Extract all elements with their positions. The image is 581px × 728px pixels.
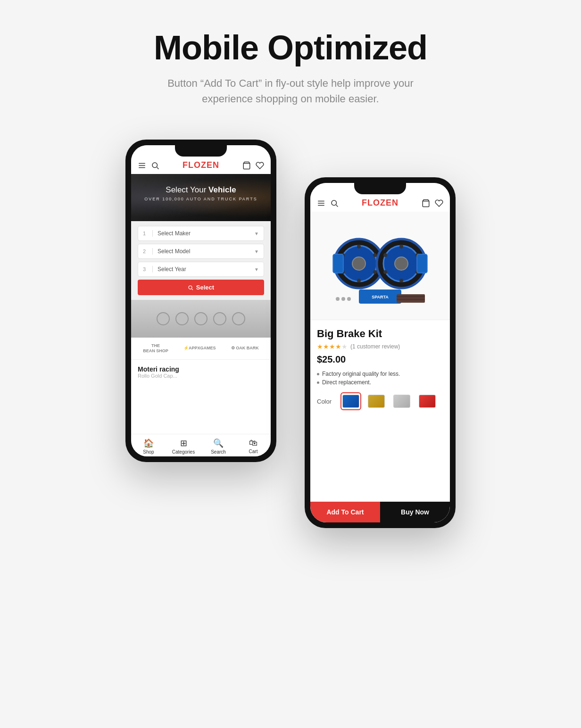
shop-icon: 🏠 — [143, 438, 154, 448]
search-icon-2[interactable] — [330, 199, 339, 207]
selector-maker[interactable]: 1 Select Maker ▼ — [138, 226, 264, 241]
bottom-nav-1: 🏠 Shop ⊞ Categories 🔍 Search 🛍 Cart — [131, 434, 271, 456]
brand-logo-1: FLOZEN — [183, 160, 219, 170]
nav-cart[interactable]: 🛍 Cart — [236, 438, 271, 455]
color-swatch-gold[interactable] — [366, 392, 387, 410]
wishlist-icon-1[interactable] — [256, 161, 264, 170]
brand-oak-bark: ⚙ OAK BARK — [231, 346, 259, 351]
car-strip — [131, 300, 271, 338]
color-selector: Color — [317, 392, 443, 410]
svg-point-27 — [399, 245, 403, 248]
color-swatch-blue[interactable] — [340, 392, 361, 410]
svg-line-12 — [336, 205, 338, 207]
hero-title: Select Your Vehicle — [139, 185, 263, 195]
phone-1-notch — [175, 145, 227, 157]
nav-categories-label: Categories — [172, 449, 195, 455]
hero-subtitle: OVER 100,000 AUTO AND TRUCK PARTS — [139, 197, 263, 201]
brand-logo-2: FLOZEN — [362, 198, 398, 208]
selector-year-label: Select Year — [158, 266, 254, 273]
svg-rect-38 — [397, 298, 425, 300]
svg-point-28 — [399, 279, 403, 282]
review-count: (1 customer review) — [350, 343, 400, 350]
categories-icon: ⊞ — [180, 438, 187, 448]
select-button[interactable]: Select — [138, 280, 264, 295]
svg-rect-33 — [417, 254, 427, 273]
product-image-area: SPARTA — [310, 212, 450, 320]
product-preview-title: Moteri racing — [138, 365, 264, 373]
brand-bean-shop: THEBEAN SHOP — [143, 343, 168, 354]
page-title: Mobile Optimized — [154, 28, 427, 67]
nav-shop[interactable]: 🏠 Shop — [131, 438, 166, 455]
brands-row: THEBEAN SHOP ⚡APPXGAMES ⚙ OAK BARK — [131, 338, 271, 360]
feature-1: Factory original quality for less. — [317, 371, 443, 377]
svg-line-4 — [157, 167, 159, 169]
add-to-cart-button[interactable]: Add To Cart — [310, 502, 380, 522]
cta-row: Add To Cart Buy Now — [310, 502, 450, 522]
selectors-area: 1 Select Maker ▼ 2 Select Model ▼ 3 Sele… — [131, 221, 271, 300]
svg-point-17 — [357, 245, 361, 248]
selector-maker-label: Select Maker — [158, 230, 254, 237]
wishlist-icon-2[interactable] — [435, 199, 443, 207]
nav-cart-label: Cart — [249, 449, 258, 454]
svg-point-18 — [357, 279, 361, 282]
svg-rect-37 — [397, 296, 425, 298]
hamburger-icon[interactable] — [138, 161, 146, 170]
nav-shop-label: Shop — [143, 449, 154, 455]
svg-point-16 — [352, 257, 365, 270]
selector-model[interactable]: 2 Select Model ▼ — [138, 244, 264, 259]
hamburger-icon-2[interactable] — [317, 199, 325, 207]
select-search-icon — [188, 285, 193, 290]
color-swatch-silver[interactable] — [391, 392, 412, 410]
rating-row: ★★★★★ (1 customer review) — [317, 343, 443, 350]
product-preview-sub: Rollo Gold Cap... — [138, 373, 264, 379]
cart-icon-1[interactable] — [242, 161, 251, 170]
svg-point-6 — [189, 286, 192, 289]
product-price: $25.00 — [317, 354, 443, 365]
svg-point-22 — [373, 270, 377, 274]
selector-model-arrow: ▼ — [254, 249, 259, 254]
svg-point-31 — [383, 270, 387, 274]
search-icon-1[interactable] — [151, 161, 159, 170]
phones-container: FLOZEN Select Your Vehicle OVER 100,000 … — [19, 140, 562, 528]
product-preview: Moteri racing Rollo Gold Cap... — [131, 360, 271, 384]
nav-cart-icon: 🛍 — [249, 438, 257, 448]
brake-kit-image: SPARTA — [324, 221, 437, 311]
svg-point-26 — [395, 257, 408, 270]
svg-point-39 — [336, 297, 340, 301]
phone-2-screen: FLOZEN — [310, 183, 450, 522]
svg-point-40 — [341, 297, 345, 301]
nav-search-label: Search — [211, 449, 226, 455]
color-swatch-red[interactable] — [417, 392, 438, 410]
page-subtitle: Button “Add To Cart” in fly-out style he… — [149, 75, 432, 107]
selector-model-label: Select Model — [158, 248, 254, 255]
selector-maker-arrow: ▼ — [254, 231, 259, 236]
cart-icon-2[interactable] — [422, 199, 430, 207]
phone-1: FLOZEN Select Your Vehicle OVER 100,000 … — [125, 140, 276, 462]
selector-year-arrow: ▼ — [254, 267, 259, 272]
svg-line-7 — [191, 289, 193, 290]
brand-appxgames: ⚡APPXGAMES — [183, 346, 216, 351]
nav-search[interactable]: 🔍 Search — [201, 438, 236, 455]
phone-1-screen: FLOZEN Select Your Vehicle OVER 100,000 … — [131, 145, 271, 456]
svg-text:SPARTA: SPARTA — [372, 295, 389, 299]
phone-2-notch — [354, 183, 406, 194]
features-list: Factory original quality for less. Direc… — [317, 371, 443, 386]
svg-point-29 — [383, 253, 387, 257]
star-rating: ★★★★★ — [317, 343, 348, 350]
svg-point-20 — [373, 253, 377, 257]
svg-point-3 — [152, 163, 158, 168]
nav-categories[interactable]: ⊞ Categories — [166, 438, 201, 455]
svg-rect-23 — [333, 254, 343, 273]
color-label: Color — [317, 398, 336, 405]
nav-search-icon: 🔍 — [213, 438, 224, 448]
phone-2: FLOZEN — [305, 177, 456, 528]
feature-2: Direct replacement. — [317, 379, 443, 386]
product-name: Big Brake Kit — [317, 328, 443, 340]
svg-point-11 — [332, 200, 337, 206]
svg-point-41 — [347, 297, 351, 301]
selector-year[interactable]: 3 Select Year ▼ — [138, 262, 264, 277]
hero-banner: Select Your Vehicle OVER 100,000 AUTO AN… — [131, 174, 271, 221]
buy-now-button[interactable]: Buy Now — [380, 502, 450, 522]
product-info: Big Brake Kit ★★★★★ (1 customer review) … — [310, 320, 450, 423]
